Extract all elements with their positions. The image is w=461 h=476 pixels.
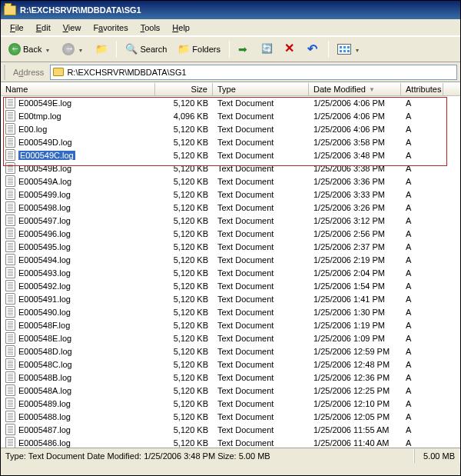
file-size: 5,120 KB bbox=[155, 190, 213, 199]
table-row[interactable]: E0005498.log5,120 KBText Document1/25/20… bbox=[1, 201, 460, 214]
address-field[interactable]: R:\EXCHSRVR\MDBDATA\SG1 bbox=[50, 65, 457, 80]
menu-favorites[interactable]: Favorites bbox=[87, 21, 134, 35]
table-row[interactable]: E000549E.log5,120 KBText Document1/25/20… bbox=[1, 96, 460, 109]
menu-edit[interactable]: Edit bbox=[30, 21, 57, 35]
table-row[interactable]: E000548B.log5,120 KBText Document1/25/20… bbox=[1, 371, 460, 384]
separator bbox=[328, 41, 329, 58]
toolbar: Back Search Folders ✕ bbox=[1, 36, 460, 62]
table-row[interactable]: E0005496.log5,120 KBText Document1/25/20… bbox=[1, 227, 460, 240]
col-size[interactable]: Size bbox=[155, 83, 213, 95]
chevron-down-icon[interactable] bbox=[44, 45, 51, 54]
table-row[interactable]: E00.log5,120 KBText Document1/25/2006 4:… bbox=[1, 122, 460, 135]
file-date: 1/25/2006 12:36 PM bbox=[309, 373, 401, 382]
up-button[interactable] bbox=[91, 40, 112, 58]
table-row[interactable]: E0005489.log5,120 KBText Document1/25/20… bbox=[1, 397, 460, 410]
file-date: 1/25/2006 2:19 PM bbox=[309, 255, 401, 265]
file-type: Text Document bbox=[213, 138, 309, 147]
file-type: Text Document bbox=[213, 399, 309, 408]
file-size: 5,120 KB bbox=[155, 295, 213, 304]
back-button[interactable]: Back bbox=[4, 40, 56, 58]
file-type: Text Document bbox=[213, 229, 309, 238]
search-button[interactable]: Search bbox=[121, 40, 171, 58]
table-row[interactable]: E000549D.log5,120 KBText Document1/25/20… bbox=[1, 135, 460, 148]
col-attributes[interactable]: Attributes bbox=[401, 83, 443, 95]
table-row[interactable]: E0005495.log5,120 KBText Document1/25/20… bbox=[1, 240, 460, 253]
table-row[interactable]: E000549C.log5,120 KBText Document1/25/20… bbox=[1, 148, 460, 161]
table-row[interactable]: E0005491.log5,120 KBText Document1/25/20… bbox=[1, 292, 460, 305]
file-type: Text Document bbox=[213, 98, 309, 108]
file-size: 5,120 KB bbox=[155, 425, 213, 434]
file-size: 5,120 KB bbox=[155, 177, 213, 186]
folder-icon bbox=[53, 68, 64, 76]
table-row[interactable]: E0005499.log5,120 KBText Document1/25/20… bbox=[1, 188, 460, 201]
table-row[interactable]: E000548C.log5,120 KBText Document1/25/20… bbox=[1, 358, 460, 371]
file-date: 1/25/2006 4:06 PM bbox=[309, 125, 401, 134]
menu-view[interactable]: View bbox=[57, 21, 88, 35]
views-button[interactable] bbox=[333, 40, 366, 58]
file-size: 5,120 KB bbox=[155, 164, 213, 173]
file-attr: A bbox=[401, 138, 443, 147]
file-type: Text Document bbox=[213, 190, 309, 199]
table-row[interactable]: E000549B.log5,120 KBText Document1/25/20… bbox=[1, 161, 460, 175]
table-row[interactable]: E000549A.log5,120 KBText Document1/25/20… bbox=[1, 175, 460, 188]
file-name: E0005497.log bbox=[18, 216, 71, 225]
file-icon bbox=[5, 293, 15, 305]
file-type: Text Document bbox=[213, 334, 309, 343]
forward-button[interactable] bbox=[58, 40, 89, 58]
file-type: Text Document bbox=[213, 203, 309, 212]
go-button[interactable] bbox=[234, 40, 255, 58]
table-row[interactable]: E0005492.log5,120 KBText Document1/25/20… bbox=[1, 279, 460, 292]
col-name[interactable]: Name bbox=[1, 83, 155, 95]
table-row[interactable]: E000548D.log5,120 KBText Document1/25/20… bbox=[1, 345, 460, 358]
file-type: Text Document bbox=[213, 242, 309, 251]
sort-desc-icon: ▼ bbox=[369, 86, 375, 93]
search-icon bbox=[125, 43, 138, 55]
file-type: Text Document bbox=[213, 164, 309, 173]
table-row[interactable]: E000548F.log5,120 KBText Document1/25/20… bbox=[1, 318, 460, 331]
title-bar[interactable]: R:\EXCHSRVR\MDBDATA\SG1 bbox=[1, 1, 460, 19]
file-size: 5,120 KB bbox=[155, 229, 213, 238]
table-row[interactable]: E000548A.log5,120 KBText Document1/25/20… bbox=[1, 384, 460, 397]
file-name: E000548F.log bbox=[18, 321, 70, 330]
file-date: 1/25/2006 11:40 AM bbox=[309, 438, 401, 448]
file-icon bbox=[5, 123, 15, 135]
table-row[interactable]: E0005487.log5,120 KBText Document1/25/20… bbox=[1, 423, 460, 436]
file-date: 1/25/2006 12:10 PM bbox=[309, 399, 401, 408]
table-row[interactable]: E0005494.log5,120 KBText Document1/25/20… bbox=[1, 253, 460, 266]
menu-file[interactable]: File bbox=[4, 21, 30, 35]
folders-button[interactable]: Folders bbox=[173, 40, 225, 58]
file-attr: A bbox=[401, 216, 443, 225]
file-name: E000549D.log bbox=[18, 138, 72, 147]
col-type[interactable]: Type bbox=[213, 83, 309, 95]
file-icon bbox=[5, 280, 15, 291]
menu-help[interactable]: Help bbox=[166, 21, 196, 35]
file-size: 5,120 KB bbox=[155, 347, 213, 356]
table-row[interactable]: E0005488.log5,120 KBText Document1/25/20… bbox=[1, 410, 460, 423]
table-row[interactable]: E0005486.log5,120 KBText Document1/25/20… bbox=[1, 436, 460, 448]
table-row[interactable]: E0005493.log5,120 KBText Document1/25/20… bbox=[1, 266, 460, 279]
table-row[interactable]: E00tmp.log4,096 KBText Document1/25/2006… bbox=[1, 109, 460, 122]
delete-button[interactable]: ✕ bbox=[280, 40, 301, 58]
file-date: 1/25/2006 1:41 PM bbox=[309, 295, 401, 304]
sync-button[interactable] bbox=[257, 40, 278, 58]
table-row[interactable]: E0005497.log5,120 KBText Document1/25/20… bbox=[1, 214, 460, 227]
table-row[interactable]: E000548E.log5,120 KBText Document1/25/20… bbox=[1, 331, 460, 345]
chevron-down-icon[interactable] bbox=[353, 45, 361, 54]
file-date: 1/25/2006 2:56 PM bbox=[309, 229, 401, 238]
file-size: 5,120 KB bbox=[155, 151, 213, 160]
chevron-down-icon[interactable] bbox=[77, 45, 85, 54]
file-type: Text Document bbox=[213, 412, 309, 421]
menu-tools[interactable]: Tools bbox=[134, 21, 167, 35]
back-icon bbox=[8, 43, 21, 55]
col-date[interactable]: Date Modified▼ bbox=[309, 83, 401, 95]
undo-button[interactable] bbox=[303, 40, 324, 58]
file-type: Text Document bbox=[213, 425, 309, 434]
file-attr: A bbox=[401, 321, 443, 330]
file-attr: A bbox=[401, 177, 443, 186]
file-icon bbox=[5, 136, 15, 148]
grip[interactable] bbox=[4, 65, 5, 80]
table-row[interactable]: E0005490.log5,120 KBText Document1/25/20… bbox=[1, 305, 460, 318]
file-size: 4,096 KB bbox=[155, 112, 213, 121]
file-list[interactable]: E000549E.log5,120 KBText Document1/25/20… bbox=[1, 96, 460, 448]
file-size: 5,120 KB bbox=[155, 373, 213, 382]
